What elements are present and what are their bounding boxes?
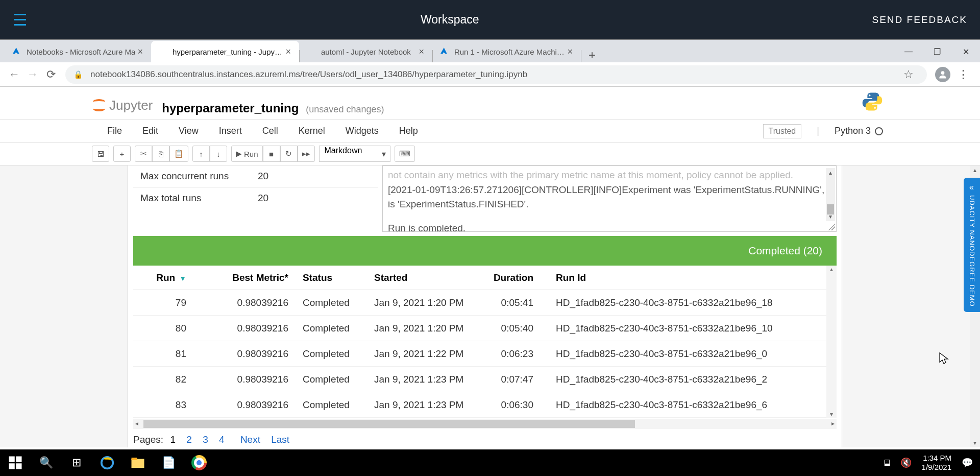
url-input[interactable]: 🔒 notebook134086.southcentralus.instance… [65, 65, 927, 84]
close-icon[interactable]: × [283, 46, 293, 57]
scroll-up-icon[interactable]: ▴ [830, 266, 833, 273]
menu-edit[interactable]: Edit [132, 126, 168, 136]
chrome-icon[interactable] [184, 449, 214, 476]
svg-rect-4 [16, 463, 21, 469]
close-icon[interactable]: × [135, 46, 145, 57]
bookmark-icon[interactable]: ☆ [898, 68, 919, 81]
task-view-icon[interactable]: ⊞ [61, 449, 92, 476]
menu-cell[interactable]: Cell [252, 126, 288, 136]
ie-icon[interactable] [92, 449, 122, 476]
pager-page-2[interactable]: 2 [182, 434, 196, 445]
tab-run1-azure[interactable]: Run 1 - Microsoft Azure Machine × [433, 41, 581, 62]
minimize-button[interactable]: — [894, 41, 923, 62]
col-run[interactable]: Run▼ [133, 272, 193, 283]
menu-kernel[interactable]: Kernel [288, 126, 335, 136]
maximize-button[interactable]: ❐ [923, 41, 951, 62]
menu-view[interactable]: View [168, 126, 209, 136]
scroll-down-icon[interactable]: ▾ [826, 212, 835, 221]
interrupt-button[interactable]: ■ [263, 146, 280, 162]
add-cell-button[interactable]: + [113, 146, 131, 162]
forward-button[interactable]: → [23, 68, 42, 81]
log-output[interactable]: not contain any metrics with the primary… [382, 165, 837, 232]
pager-page-3[interactable]: 3 [199, 434, 212, 445]
save-button[interactable]: 🖫 [92, 146, 109, 162]
new-tab-button[interactable]: + [581, 48, 603, 62]
move-up-button[interactable]: ↑ [192, 146, 210, 162]
notebook-name[interactable]: hyperparameter_tuning [162, 101, 299, 115]
notifications-icon[interactable]: 💬 [959, 457, 976, 468]
network-icon[interactable]: 🖥 [879, 458, 894, 468]
scroll-up-icon[interactable]: ▴ [970, 166, 980, 174]
menu-file[interactable]: File [97, 126, 132, 136]
hamburger-icon[interactable]: ☰ [13, 10, 28, 30]
cell-type-value: Markdown [325, 146, 362, 155]
scroll-thumb[interactable] [143, 420, 635, 428]
tab-automl[interactable]: automl - Jupyter Notebook × [300, 41, 432, 62]
close-window-button[interactable]: ✕ [951, 41, 980, 62]
col-status[interactable]: Status [296, 272, 367, 283]
send-feedback-link[interactable]: SEND FEEDBACK [872, 14, 967, 26]
log-scrollbar[interactable]: ▴ ▾ [826, 168, 835, 221]
scroll-down-icon[interactable]: ▾ [970, 439, 980, 446]
paste-button[interactable]: 📋 [169, 146, 188, 162]
kernel-indicator[interactable]: Python 3 [835, 126, 883, 136]
menu-help[interactable]: Help [389, 126, 428, 136]
close-icon[interactable]: × [416, 46, 426, 57]
scroll-right-icon[interactable]: ▸ [831, 420, 835, 427]
svg-rect-2 [16, 457, 21, 462]
svg-rect-1 [9, 457, 15, 462]
table-row[interactable]: 820.98039216CompletedJan 9, 2021 1:23 PM… [133, 367, 826, 392]
jupyter-logo[interactable]: Jupyter [92, 98, 153, 113]
close-icon[interactable]: × [565, 46, 575, 57]
udacity-side-tab[interactable]: « UDACITY NANODEGREE DEMO [964, 178, 980, 312]
copy-button[interactable]: ⎘ [152, 146, 169, 162]
cell-duration: 0:06:23 [479, 348, 541, 360]
menu-insert[interactable]: Insert [209, 126, 252, 136]
notepad-icon[interactable]: 📄 [153, 449, 184, 476]
table-row[interactable]: 810.98039216CompletedJan 9, 2021 1:22 PM… [133, 341, 826, 367]
tab-notebooks-azure[interactable]: Notebooks - Microsoft Azure Ma × [5, 41, 151, 62]
clock-date: 1/9/2021 [922, 463, 951, 472]
browser-chrome: Notebooks - Microsoft Azure Ma × hyperpa… [0, 39, 980, 87]
file-explorer-icon[interactable] [122, 449, 153, 476]
table-row[interactable]: 790.98039216CompletedJan 9, 2021 1:20 PM… [133, 290, 826, 316]
table-row[interactable]: 800.98039216CompletedJan 9, 2021 1:20 PM… [133, 316, 826, 341]
pager-page-4[interactable]: 4 [215, 434, 229, 445]
run-button[interactable]: ▶ Run [231, 146, 263, 162]
resize-handle-icon[interactable] [828, 223, 835, 230]
browser-menu-icon[interactable]: ⋮ [954, 68, 972, 81]
table-row[interactable]: 830.98039216CompletedJan 9, 2021 1:23 PM… [133, 392, 826, 418]
cell-started: Jan 9, 2021 1:23 PM [367, 374, 479, 385]
trusted-badge[interactable]: Trusted [763, 124, 802, 138]
scroll-up-icon[interactable]: ▴ [826, 168, 835, 177]
back-button[interactable]: ← [5, 68, 23, 81]
col-best-metric[interactable]: Best Metric* [193, 272, 296, 283]
clock[interactable]: 1:34 PM 1/9/2021 [918, 454, 955, 472]
col-started[interactable]: Started [367, 272, 479, 283]
col-runid[interactable]: Run Id [541, 272, 826, 283]
menu-widgets[interactable]: Widgets [335, 126, 389, 136]
address-bar: ← → ⟳ 🔒 notebook134086.southcentralus.in… [0, 62, 980, 87]
cut-button[interactable]: ✂ [135, 146, 152, 162]
profile-icon[interactable] [935, 67, 950, 82]
start-button[interactable] [0, 449, 31, 476]
col-duration[interactable]: Duration [479, 272, 541, 283]
search-icon[interactable]: 🔍 [31, 449, 61, 476]
reload-button[interactable]: ⟳ [42, 68, 60, 81]
command-palette-button[interactable]: ⌨ [395, 146, 415, 162]
scroll-down-icon[interactable]: ▾ [830, 411, 833, 418]
scroll-left-icon[interactable]: ◂ [135, 420, 138, 427]
azure-icon [11, 46, 21, 57]
restart-button[interactable]: ↻ [280, 146, 298, 162]
cell-type-select[interactable]: Markdown [319, 146, 390, 162]
volume-icon[interactable]: 🔇 [897, 457, 915, 468]
pager-next[interactable]: Next [236, 434, 264, 445]
move-down-button[interactable]: ↓ [210, 146, 227, 162]
param-value: 20 [258, 193, 268, 204]
restart-run-all-button[interactable]: ▸▸ [298, 146, 315, 162]
table-vscroll[interactable]: ▴ ▾ [826, 266, 837, 418]
tab-hyperparameter-tuning[interactable]: hyperparameter_tuning - Jupyter × [151, 41, 299, 62]
pager-last[interactable]: Last [267, 434, 293, 445]
table-hscroll[interactable]: ◂ ▸ [133, 419, 837, 429]
cell-runid: HD_1fadb825-c230-40c3-8751-c6332a21be96_… [541, 399, 826, 411]
